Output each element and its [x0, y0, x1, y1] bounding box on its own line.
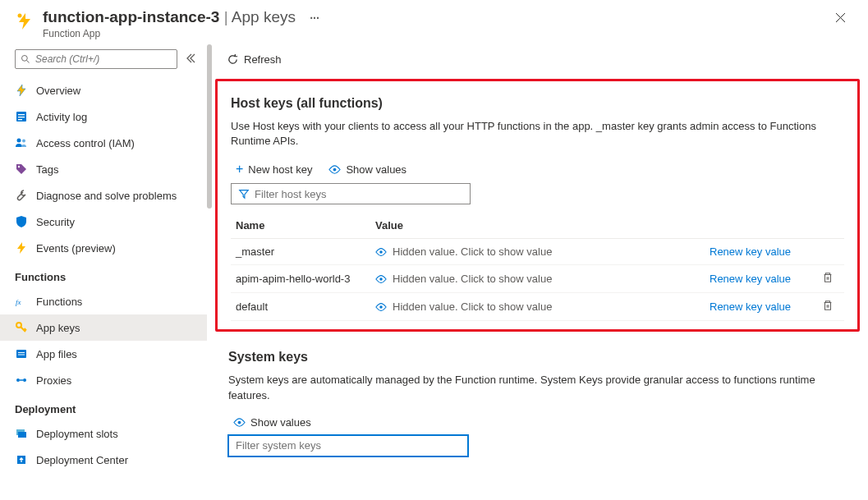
- deploy-icon: [15, 453, 28, 466]
- col-header-delete: [811, 213, 844, 239]
- svg-point-25: [238, 420, 241, 424]
- svg-point-15: [16, 378, 20, 382]
- search-icon: [21, 54, 31, 65]
- sidebar: Overview Activity log Access control (IA…: [0, 44, 207, 498]
- collapse-sidebar-button[interactable]: [186, 53, 195, 66]
- svg-point-9: [18, 166, 20, 167]
- sidebar-item-access-control[interactable]: Access control (IAM): [0, 130, 207, 156]
- sidebar-item-label: App keys: [36, 322, 80, 334]
- filter-system-keys-box[interactable]: [228, 435, 468, 456]
- sidebar-item-label: Overview: [36, 85, 80, 97]
- show-system-values-label: Show values: [250, 416, 311, 429]
- sidebar-item-deployment-slots[interactable]: Deployment slots: [0, 420, 207, 447]
- files-icon: [15, 347, 28, 360]
- resource-name: function-app-instance-3: [43, 8, 219, 25]
- delete-key-cell: [811, 239, 844, 265]
- funnel-icon: [238, 188, 250, 200]
- host-keys-table: Name Value _masterHidden value. Click to…: [231, 213, 844, 321]
- host-keys-description: Use Host keys with your clients to acces…: [231, 119, 844, 149]
- svg-rect-6: [18, 119, 22, 120]
- renew-key-link[interactable]: Renew key value: [705, 293, 811, 321]
- delete-key-cell[interactable]: [811, 293, 844, 321]
- eye-icon: [375, 300, 388, 313]
- eye-icon: [328, 163, 341, 176]
- key-value-cell[interactable]: Hidden value. Click to show value: [370, 239, 705, 265]
- svg-line-2: [27, 60, 30, 62]
- sidebar-item-deployment-center[interactable]: Deployment Center: [0, 447, 207, 473]
- filter-host-keys-box[interactable]: [231, 183, 471, 204]
- renew-key-link[interactable]: Renew key value: [705, 265, 811, 293]
- key-value-cell[interactable]: Hidden value. Click to show value: [370, 293, 705, 321]
- renew-key-link[interactable]: Renew key value: [705, 239, 811, 265]
- proxy-icon: [15, 374, 28, 387]
- sidebar-item-label: Access control (IAM): [36, 137, 135, 149]
- function-app-icon: [15, 11, 34, 31]
- plus-icon: +: [236, 162, 243, 177]
- sidebar-item-security[interactable]: Security: [0, 209, 207, 235]
- shield-icon: [15, 215, 28, 228]
- sidebar-item-events[interactable]: Events (preview): [0, 235, 207, 261]
- eye-icon: [375, 245, 388, 258]
- page-header: function-app-instance-3 | App keys ··· F…: [0, 0, 868, 44]
- host-keys-actions: + New host key Show values: [231, 162, 844, 177]
- sidebar-item-functions[interactable]: fx Functions: [0, 288, 207, 314]
- sidebar-item-diagnose[interactable]: Diagnose and solve problems: [0, 182, 207, 209]
- table-row: apim-apim-hello-world-3Hidden value. Cli…: [231, 265, 844, 293]
- slots-icon: [15, 427, 28, 440]
- sidebar-group-deployment: Deployment: [0, 393, 207, 420]
- sidebar-item-label: Diagnose and solve problems: [36, 190, 177, 202]
- svg-rect-5: [18, 117, 25, 117]
- svg-point-1: [22, 55, 28, 61]
- new-host-key-label: New host key: [248, 163, 312, 176]
- system-keys-actions: Show values: [228, 416, 847, 429]
- svg-point-16: [23, 378, 26, 382]
- trash-icon: [822, 301, 834, 314]
- sidebar-item-label: Tags: [36, 163, 58, 176]
- page-section: App keys: [232, 8, 296, 25]
- sidebar-group-functions: Functions: [0, 261, 207, 288]
- sidebar-item-app-keys[interactable]: App keys: [0, 314, 207, 341]
- page-title: function-app-instance-3 | App keys ···: [43, 8, 828, 26]
- table-row: _masterHidden value. Click to show value…: [231, 239, 844, 265]
- key-name-cell: _master: [231, 239, 370, 265]
- sidebar-item-app-files[interactable]: App files: [0, 341, 207, 367]
- svg-rect-12: [16, 350, 26, 358]
- more-actions-button[interactable]: ···: [310, 11, 319, 25]
- sidebar-search-box[interactable]: [15, 49, 177, 69]
- sidebar-item-label: Deployment slots: [36, 428, 118, 440]
- delete-key-cell[interactable]: [811, 265, 844, 293]
- svg-point-22: [379, 250, 383, 254]
- sidebar-item-label: Proxies: [36, 374, 71, 387]
- close-button[interactable]: [828, 8, 853, 31]
- key-value-cell[interactable]: Hidden value. Click to show value: [370, 265, 705, 293]
- sidebar-item-label: Deployment Center: [36, 454, 128, 466]
- key-name-cell: apim-apim-hello-world-3: [231, 265, 370, 293]
- main-content: Refresh Host keys (all functions) Use Ho…: [210, 44, 868, 498]
- search-input[interactable]: [35, 53, 172, 65]
- col-header-value: Value: [370, 213, 705, 239]
- sidebar-item-proxies[interactable]: Proxies: [0, 367, 207, 393]
- sidebar-item-overview[interactable]: Overview: [0, 77, 207, 103]
- refresh-button[interactable]: Refresh: [218, 50, 290, 69]
- hidden-value-text: Hidden value. Click to show value: [393, 245, 552, 258]
- col-header-name: Name: [231, 213, 370, 239]
- new-host-key-button[interactable]: + New host key: [236, 162, 312, 177]
- svg-text:fx: fx: [16, 298, 21, 306]
- header-title-block: function-app-instance-3 | App keys ··· F…: [43, 8, 828, 39]
- sidebar-item-label: Events (preview): [36, 242, 116, 255]
- col-header-renew: [705, 213, 811, 239]
- filter-host-keys-input[interactable]: [255, 188, 463, 200]
- svg-point-7: [17, 139, 21, 143]
- svg-rect-4: [18, 114, 25, 115]
- refresh-label: Refresh: [244, 53, 282, 66]
- show-system-values-button[interactable]: Show values: [233, 416, 311, 429]
- show-values-button[interactable]: Show values: [328, 163, 406, 176]
- sidebar-item-label: Activity log: [36, 111, 87, 123]
- sidebar-item-activity-log[interactable]: Activity log: [0, 103, 207, 130]
- fx-icon: fx: [15, 295, 28, 308]
- filter-system-keys-input[interactable]: [236, 439, 461, 452]
- sidebar-item-tags[interactable]: Tags: [0, 156, 207, 182]
- system-keys-description: System keys are automatically managed by…: [228, 373, 847, 402]
- svg-point-24: [379, 305, 383, 309]
- tag-icon: [15, 163, 28, 176]
